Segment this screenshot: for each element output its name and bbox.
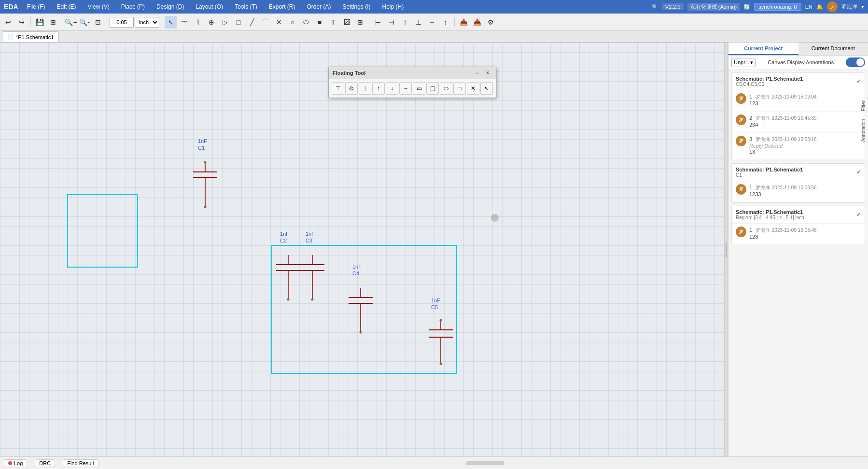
tab-current-project[interactable]: Current Project <box>728 43 798 55</box>
ft-cursor[interactable]: ↖ <box>480 82 493 95</box>
menu-export[interactable]: Export (R) <box>266 2 298 11</box>
lang-label[interactable]: EN <box>805 4 812 10</box>
svg-point-20 <box>360 331 362 334</box>
annotation-1-resolved[interactable]: ✓ <box>856 78 861 85</box>
redo-button[interactable]: ↪ <box>15 16 28 28</box>
ft-rect3[interactable]: □ <box>453 82 466 95</box>
rect-button[interactable]: □ <box>232 16 245 28</box>
settings2-button[interactable]: ⚙ <box>484 16 497 28</box>
dist-h-button[interactable]: ↔ <box>426 16 438 28</box>
ft-rounded-rect[interactable]: ▢ <box>426 82 439 95</box>
wire-button[interactable]: 〜 <box>178 16 191 28</box>
comment-meta-3-1: 罗海洋 <box>756 227 770 233</box>
floating-tool-header[interactable]: Floating Tool − × <box>329 67 496 79</box>
pointer-button[interactable]: ↖ <box>165 16 177 28</box>
comment-time-1-3: 2023-11-09 15:53:16 <box>772 137 817 142</box>
ft-cross[interactable]: ✕ <box>467 82 479 95</box>
log-button[interactable]: Log <box>4 459 27 467</box>
ft-align-bottom[interactable]: ⊥ <box>359 82 371 95</box>
net-port-button[interactable]: ▷ <box>219 16 231 28</box>
undo-button[interactable]: ↩ <box>2 16 14 28</box>
menu-view[interactable]: View (V) <box>85 2 112 11</box>
align-left-button[interactable]: ⊢ <box>372 16 384 28</box>
cross-button[interactable]: ✕ <box>273 16 285 28</box>
user-name[interactable]: 罗海洋 <box>841 3 857 11</box>
ft-rounded-rect2[interactable]: ⬭ <box>440 82 452 95</box>
junction-button[interactable]: ⊕ <box>205 16 218 28</box>
ft-align-center-h[interactable]: ⊜ <box>345 82 358 95</box>
annotation-section-2: Schematic: P1.Schematic1 C1 ✓ 罗 1 罗海洋 20… <box>731 163 865 203</box>
image-button[interactable]: 🖼 <box>340 16 353 28</box>
square-button[interactable]: ■ <box>313 16 326 28</box>
bus-button[interactable]: ⌇ <box>192 16 204 28</box>
menu-design[interactable]: Design (D) <box>154 2 187 11</box>
annotation-1-comment-2: 罗 2 罗海洋 2023-11-09 15:45:39 234 <box>732 112 865 133</box>
side-tab-annotation[interactable]: Annotation <box>860 115 867 146</box>
line-button[interactable]: ╱ <box>246 16 258 28</box>
zoom-out-button[interactable]: 🔍- <box>78 16 91 28</box>
side-tab-filter[interactable]: Filter <box>860 97 867 115</box>
annotation-2-schematic: Schematic: P1.Schematic1 <box>736 167 803 172</box>
scrollbar-thumb[interactable] <box>466 461 504 465</box>
ft-dist-up[interactable]: ↑ <box>372 82 385 95</box>
ft-rect2[interactable]: ▭ <box>413 82 425 95</box>
menu-settings[interactable]: Settings (I) <box>340 2 374 11</box>
panel-resize-handle[interactable] <box>724 43 728 456</box>
selection-box-1 <box>68 195 138 267</box>
zoom-in-button[interactable]: 🔍+ <box>65 16 77 28</box>
align-top-button[interactable]: ⊤ <box>399 16 411 28</box>
menu-file[interactable]: File (F) <box>24 2 48 11</box>
annotation-3-comment-1: 罗 1 罗海洋 2023-11-09 15:08:46 123 <box>732 224 865 245</box>
text-button[interactable]: T <box>327 16 339 28</box>
annotation-2-resolved[interactable]: ✓ <box>856 169 861 175</box>
dist-v-button[interactable]: ↕ <box>439 16 452 28</box>
align-bottom-button[interactable]: ⊥ <box>412 16 425 28</box>
menu-place[interactable]: Place (P) <box>118 2 148 11</box>
horizontal-scrollbar[interactable] <box>106 461 864 465</box>
tab-current-document[interactable]: Current Document <box>798 43 868 55</box>
comment-meta-1-1: 罗海洋 <box>756 94 770 99</box>
ellipse-button[interactable]: ⬭ <box>300 16 312 28</box>
circle-button[interactable]: ○ <box>286 16 299 28</box>
menu-edit[interactable]: Edit (E) <box>54 2 79 11</box>
unit-select[interactable]: inch mm mil <box>135 17 159 28</box>
unpr-dropdown[interactable]: Unpr... ▾ <box>731 58 756 67</box>
annotation-1-comment-3: 罗 3 罗海洋 2023-11-09 15:53:16 Reply Delete… <box>732 133 865 160</box>
import-button[interactable]: 📥 <box>457 16 470 28</box>
tabbar: 📄 *P1.Schematic1 <box>0 31 868 43</box>
menu-tools[interactable]: Tools (T) <box>232 2 260 11</box>
schematic-tab[interactable]: 📄 *P1.Schematic1 <box>2 31 59 42</box>
toolbar: ↩ ↪ 💾 ⊞ 🔍+ 🔍- ⊡ inch mm mil ↖ 〜 ⌇ ⊕ ▷ □ … <box>0 14 868 31</box>
menu-help[interactable]: Help (H) <box>379 2 407 11</box>
svg-point-22 <box>440 319 442 322</box>
floating-minimize-button[interactable]: − <box>473 69 481 77</box>
arc-button[interactable]: ⌒ <box>259 16 272 28</box>
ft-arrow-right[interactable]: → <box>399 82 412 95</box>
chevron-down-icon[interactable]: ▾ <box>861 4 864 10</box>
annotation-3-resolved[interactable]: ✓ <box>856 212 861 218</box>
ft-align-top[interactable]: ⊤ <box>332 82 344 95</box>
table-button[interactable]: ⊞ <box>354 16 366 28</box>
floating-close-button[interactable]: × <box>483 69 492 77</box>
grid-button[interactable]: ⊞ <box>47 16 59 28</box>
menu-layout[interactable]: Layout (O) <box>193 2 226 11</box>
avatar[interactable]: 罗 <box>827 1 838 12</box>
annotation-3-header: Schematic: P1.Schematic1 Region: [3.4 , … <box>732 206 865 224</box>
align-right-button[interactable]: ⊣ <box>385 16 398 28</box>
canvas-display-toggle[interactable] <box>846 57 865 67</box>
floating-tool-title: Floating Tool <box>333 70 365 76</box>
snap-size-input[interactable] <box>110 17 134 28</box>
search-icon[interactable]: 🔍 <box>652 4 658 10</box>
schematic-canvas[interactable]: 1nF C1 1nF C2 1nF C3 1nF C4 <box>0 43 728 456</box>
zoom-fit-button[interactable]: ⊡ <box>92 16 104 28</box>
find-result-button[interactable]: Find Result <box>63 459 98 467</box>
drc-button[interactable]: DRC <box>35 459 55 467</box>
export-button[interactable]: 📤 <box>471 16 483 28</box>
menu-order[interactable]: Order (A) <box>304 2 334 11</box>
save-button[interactable]: 💾 <box>33 16 46 28</box>
sync-status[interactable]: synchronizing: 0 <box>754 3 801 11</box>
bell-icon[interactable]: 🔔 <box>816 4 823 10</box>
c3-value-label: 1nF <box>306 231 315 237</box>
ft-dist-down[interactable]: ↓ <box>386 82 398 95</box>
annotations-panel: Schematic: P1.Schematic1 C5,C4,C3,C2 ✓ 罗… <box>728 70 868 456</box>
